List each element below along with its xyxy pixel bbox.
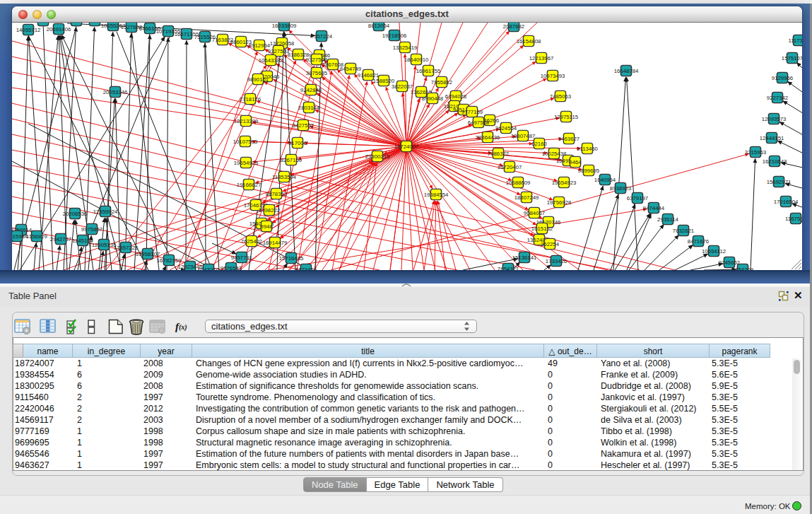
svg-text:8813054: 8813054 [368,23,390,29]
svg-text:8427552: 8427552 [293,122,314,129]
svg-text:8267150: 8267150 [281,157,302,163]
svg-text:1575107: 1575107 [782,55,802,62]
svg-text:10025438: 10025438 [542,151,567,157]
svg-text:16154808: 16154808 [517,38,541,45]
svg-text:20364436: 20364436 [476,134,500,141]
svg-text:9876543: 9876543 [220,265,242,271]
svg-text:14055712: 14055712 [16,27,41,33]
svg-text:10807487: 10807487 [511,133,536,139]
svg-text:10107553: 10107553 [233,139,258,145]
svg-text:8471676: 8471676 [688,238,709,245]
svg-text:16782759: 16782759 [157,257,182,264]
svg-text:12213389: 12213389 [234,118,259,124]
svg-text:18640910: 18640910 [404,57,429,63]
svg-text:20053346: 20053346 [103,89,128,95]
svg-text:7485063: 7485063 [550,93,571,100]
svg-text:9948: 9948 [260,223,272,230]
svg-text:9113460: 9113460 [577,146,598,152]
svg-text:17016504: 17016504 [774,199,799,205]
svg-text:19654925: 19654925 [234,160,259,166]
svg-text:19218506: 19218506 [382,33,407,39]
svg-text:10973493: 10973493 [541,73,565,79]
svg-text:6794028: 6794028 [445,93,466,100]
svg-text:9327503: 9327503 [268,48,289,54]
svg-text:2803144: 2803144 [298,105,320,111]
svg-text:10654112: 10654112 [702,248,726,255]
svg-text:19654923: 19654923 [552,180,577,186]
svg-text:3822037: 3822037 [392,83,413,90]
svg-text:9890161: 9890161 [247,76,269,83]
svg-text:16961755: 16961755 [416,68,441,74]
svg-text:2087682: 2087682 [503,23,524,30]
svg-text:9474444: 9474444 [643,205,665,211]
svg-text:16648784: 16648784 [614,68,639,74]
svg-text:9777169: 9777169 [461,109,483,115]
svg-text:3875685: 3875685 [306,70,328,76]
svg-text:2718176: 2718176 [240,96,261,103]
svg-text:917006: 917006 [288,140,307,146]
svg-text:7357224: 7357224 [311,33,333,40]
svg-text:9245652: 9245652 [719,259,740,266]
svg-text:8938923: 8938923 [610,185,631,192]
svg-text:9227342: 9227342 [767,95,788,101]
svg-text:9463627: 9463627 [558,136,579,142]
svg-text:3624554: 3624554 [495,125,517,132]
svg-text:11353594: 11353594 [272,174,297,180]
svg-text:3498222: 3498222 [259,207,280,214]
svg-text:7625402: 7625402 [241,238,262,245]
svg-text:9457791: 9457791 [231,255,252,261]
svg-text:1640954: 1640954 [594,177,616,183]
svg-text:18807249: 18807249 [514,194,539,201]
svg-text:1733426: 1733426 [546,258,567,264]
svg-text:16210643: 16210643 [763,158,787,165]
svg-text:19166827: 19166827 [237,182,261,188]
svg-text:12444151: 12444151 [760,135,784,141]
svg-text:9975867: 9975867 [81,226,102,233]
svg-text:9084067: 9084067 [524,210,545,216]
svg-text:6379197: 6379197 [627,195,648,201]
svg-text:9129966: 9129966 [772,75,793,81]
svg-text:1167533: 1167533 [785,216,802,222]
svg-text:12093573: 12093573 [762,116,787,122]
svg-text:252254: 252254 [541,241,560,247]
svg-text:16033809: 16033809 [272,23,297,29]
svg-text:1145194: 1145194 [72,238,93,244]
svg-text:1117394: 1117394 [788,37,802,44]
svg-text:9242848: 9242848 [300,87,322,93]
svg-text:23300215: 23300215 [365,153,390,160]
svg-text:3215953: 3215953 [745,149,766,156]
svg-text:2935114: 2935114 [657,216,678,223]
svg-text:10543382: 10543382 [259,57,283,64]
svg-text:1615132: 1615132 [531,226,553,232]
svg-text:8990448: 8990448 [422,95,443,102]
svg-text:19384554: 19384554 [424,192,449,198]
svg-text:12975115: 12975115 [554,114,579,120]
svg-text:16914479: 16914479 [263,240,288,246]
svg-text:20691406: 20691406 [47,26,71,33]
svg-text:19756928: 19756928 [547,199,572,206]
svg-text:7955812: 7955812 [431,79,452,86]
svg-text:9899695: 9899695 [578,168,600,174]
svg-text:8878352: 8878352 [266,191,287,197]
svg-text:(x): (x) [179,323,187,332]
svg-text:1156829: 1156829 [26,233,47,240]
svg-text:9464: 9464 [569,159,582,165]
svg-text:7986322: 7986322 [488,151,509,157]
svg-text:18724007: 18724007 [394,144,419,150]
svg-text:62160: 62160 [531,141,547,147]
svg-text:20897154: 20897154 [31,23,56,24]
svg-text:17357225: 17357225 [114,245,139,251]
svg-text:8454749: 8454749 [340,66,361,72]
svg-text:15716485: 15716485 [279,255,304,262]
svg-text:15692971: 15692971 [767,179,792,185]
svg-text:17359924: 17359924 [93,209,118,215]
svg-text:6497568: 6497568 [468,119,489,126]
svg-text:15136141: 15136141 [512,255,537,261]
svg-text:7632621: 7632621 [673,228,694,234]
svg-text:20206536: 20206536 [63,211,88,217]
svg-text:10688609: 10688609 [506,180,531,186]
svg-text:2942737: 2942737 [50,236,71,243]
svg-text:12213967: 12213967 [529,55,554,62]
svg-text:13325419: 13325419 [393,45,418,51]
svg-text:10958107: 10958107 [136,251,160,257]
